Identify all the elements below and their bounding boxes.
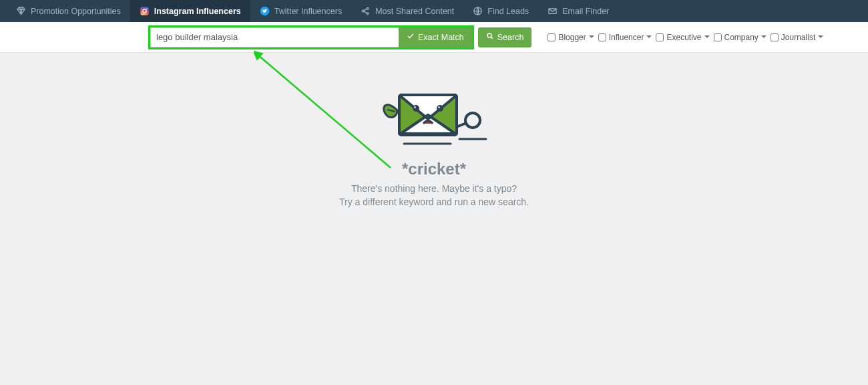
- filter-group: Blogger Influencer Executive Company Jou…: [548, 33, 823, 42]
- filter-checkbox[interactable]: [714, 33, 722, 41]
- envelope-icon: [548, 6, 558, 16]
- twitter-icon: [260, 6, 270, 16]
- nav-tab-promotion[interactable]: Promotion Opportunities: [7, 0, 130, 22]
- filter-checkbox[interactable]: [771, 33, 779, 41]
- filter-checkbox[interactable]: [656, 33, 664, 41]
- filter-label: Company: [724, 33, 758, 42]
- filter-label: Journalist: [781, 33, 815, 42]
- main-nav: Promotion Opportunities Instagram Influe…: [0, 0, 868, 22]
- caret-down-icon: [646, 35, 652, 41]
- svg-point-18: [438, 106, 440, 108]
- caret-down-icon: [761, 35, 767, 41]
- svg-point-2: [146, 8, 148, 9]
- caret-down-icon: [704, 35, 710, 41]
- filter-label: Executive: [666, 33, 701, 42]
- search-toolbar: Exact Match Search Blogger Influencer Ex…: [0, 22, 868, 53]
- search-button[interactable]: Search: [478, 27, 532, 47]
- svg-point-16: [414, 106, 416, 108]
- filter-label: Blogger: [558, 33, 586, 42]
- svg-point-6: [367, 13, 369, 15]
- empty-line2: Try a different keyword and run a new se…: [0, 196, 868, 209]
- search-input[interactable]: [150, 27, 399, 47]
- filter-label: Influencer: [609, 33, 644, 42]
- globe-icon: [473, 6, 483, 16]
- nav-tab-label: Most Shared Content: [375, 7, 454, 16]
- filter-influencer[interactable]: Influencer: [598, 33, 652, 42]
- svg-point-9: [487, 33, 491, 37]
- nav-tab-instagram[interactable]: Instagram Influencers: [130, 0, 250, 22]
- search-icon: [486, 32, 494, 42]
- caret-down-icon: [589, 35, 594, 41]
- nav-tab-label: Instagram Influencers: [154, 7, 241, 16]
- nav-tab-label: Email Finder: [562, 7, 609, 16]
- share-icon: [361, 6, 371, 16]
- svg-line-13: [458, 124, 465, 126]
- empty-line1: There's nothing here. Maybe it's a typo?: [0, 182, 868, 196]
- instagram-icon: [140, 6, 150, 16]
- diamond-icon: [16, 6, 26, 16]
- empty-title: *cricket*: [0, 160, 868, 178]
- nav-tab-find-leads[interactable]: Find Leads: [463, 0, 538, 22]
- svg-point-12: [465, 113, 480, 128]
- exact-match-label: Exact Match: [418, 33, 464, 42]
- svg-rect-0: [140, 7, 149, 15]
- empty-illustration: [367, 87, 501, 150]
- search-label: Search: [497, 33, 524, 42]
- svg-point-15: [413, 105, 419, 112]
- svg-point-17: [437, 105, 443, 112]
- nav-tab-label: Find Leads: [487, 7, 529, 16]
- nav-tab-email-finder[interactable]: Email Finder: [538, 0, 618, 22]
- filter-checkbox[interactable]: [548, 33, 556, 41]
- check-icon: [407, 32, 415, 42]
- svg-point-4: [363, 10, 365, 12]
- nav-tab-label: Twitter Influencers: [274, 7, 342, 16]
- svg-point-5: [367, 7, 369, 9]
- empty-state: *cricket* There's nothing here. Maybe it…: [0, 87, 868, 209]
- filter-checkbox[interactable]: [598, 33, 606, 41]
- filter-executive[interactable]: Executive: [656, 33, 709, 42]
- nav-tab-most-shared[interactable]: Most Shared Content: [351, 0, 463, 22]
- exact-match-button[interactable]: Exact Match: [399, 27, 472, 47]
- caret-down-icon: [818, 35, 823, 41]
- nav-tab-twitter[interactable]: Twitter Influencers: [250, 0, 351, 22]
- search-highlight-box: Exact Match: [148, 25, 474, 49]
- filter-journalist[interactable]: Journalist: [771, 33, 823, 42]
- nav-tab-label: Promotion Opportunities: [31, 7, 121, 16]
- filter-company[interactable]: Company: [714, 33, 767, 42]
- filter-blogger[interactable]: Blogger: [548, 33, 594, 42]
